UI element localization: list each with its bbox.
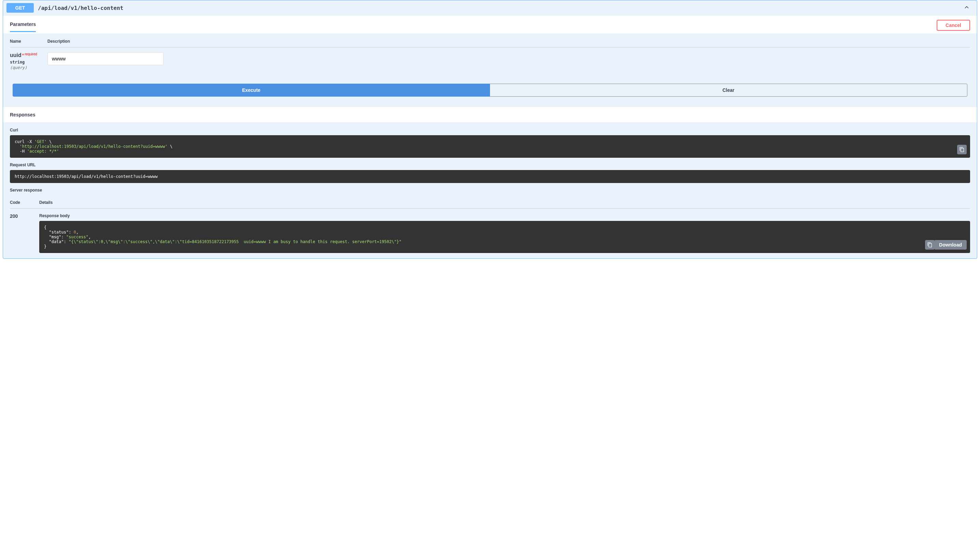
response-details: Response body { "status": 0, "msg": "suc…	[39, 214, 970, 253]
response-body-block: { "status": 0, "msg": "success", "data":…	[39, 221, 970, 253]
curl-text: \	[167, 144, 172, 149]
request-url-block: http://localhost:19503/api/load/v1/hello…	[10, 170, 970, 183]
json-key: "msg"	[44, 234, 61, 239]
parameters-bar: Parameters Cancel	[3, 15, 977, 33]
curl-url: 'http://localhost:19503/api/load/v1/hell…	[19, 144, 167, 149]
json-colon: :	[61, 234, 66, 239]
parameters-table: Name Description uuid*required string (q…	[3, 33, 977, 77]
response-row: 200 Response body { "status": 0, "msg": …	[10, 209, 970, 253]
json-string: "{\"status\":0,\"msg\":\"success\",\"dat…	[68, 239, 401, 244]
json-comma: ,	[76, 230, 78, 234]
curl-label: Curl	[10, 128, 970, 132]
response-header-code: Code	[10, 200, 39, 205]
json-brace: {	[44, 225, 46, 230]
json-number: 0	[74, 230, 76, 234]
responses-header: Responses	[3, 107, 977, 122]
json-colon: :	[64, 239, 68, 244]
download-button[interactable]: Download	[934, 240, 967, 250]
response-header-details: Details	[39, 200, 52, 205]
required-label: required	[24, 52, 37, 56]
curl-text: curl -X	[15, 139, 35, 144]
param-headers-row: Name Description	[10, 39, 970, 48]
curl-text	[15, 144, 19, 149]
curl-method: 'GET'	[35, 139, 47, 144]
clear-button[interactable]: Clear	[490, 84, 968, 97]
json-comma: ,	[88, 234, 91, 239]
json-string: "success"	[66, 234, 88, 239]
curl-header: 'accept: */*'	[27, 149, 59, 154]
param-name: uuid	[10, 52, 22, 58]
param-name-cell: uuid*required string (query)	[10, 52, 48, 70]
curl-text: -H	[15, 149, 27, 154]
copy-body-button[interactable]	[925, 240, 935, 250]
curl-text: \	[47, 139, 51, 144]
copy-curl-button[interactable]	[957, 145, 967, 154]
method-badge: GET	[6, 3, 34, 13]
response-code: 200	[10, 214, 39, 219]
param-header-description: Description	[48, 39, 70, 44]
param-row: uuid*required string (query)	[10, 48, 970, 77]
cancel-button[interactable]: Cancel	[937, 20, 970, 31]
response-headers-row: Code Details	[10, 195, 970, 209]
uuid-input[interactable]	[48, 52, 164, 65]
operation-block: GET /api/load/v1/hello-content Parameter…	[3, 0, 977, 259]
request-url-label: Request URL	[10, 163, 970, 167]
response-section: Curl curl -X 'GET' \ 'http://localhost:1…	[3, 122, 977, 258]
param-header-name: Name	[10, 39, 48, 44]
endpoint-path: /api/load/v1/hello-content	[38, 5, 123, 11]
operation-header[interactable]: GET /api/load/v1/hello-content	[3, 0, 977, 15]
request-url-value: http://localhost:19503/api/load/v1/hello…	[15, 174, 158, 179]
execute-row: Execute Clear	[3, 77, 977, 107]
json-key: "data"	[44, 239, 64, 244]
execute-button[interactable]: Execute	[13, 84, 490, 97]
param-input-cell	[48, 52, 164, 70]
chevron-up-icon[interactable]	[963, 4, 970, 12]
json-key: "status"	[44, 230, 68, 234]
param-location: (query)	[10, 65, 48, 70]
server-response-label: Server response	[10, 188, 970, 193]
curl-block: curl -X 'GET' \ 'http://localhost:19503/…	[10, 135, 970, 158]
param-type: string	[10, 60, 48, 65]
tab-parameters[interactable]: Parameters	[10, 22, 36, 32]
response-body-label: Response body	[39, 214, 970, 218]
json-brace: }	[44, 244, 46, 249]
json-colon: :	[68, 230, 73, 234]
